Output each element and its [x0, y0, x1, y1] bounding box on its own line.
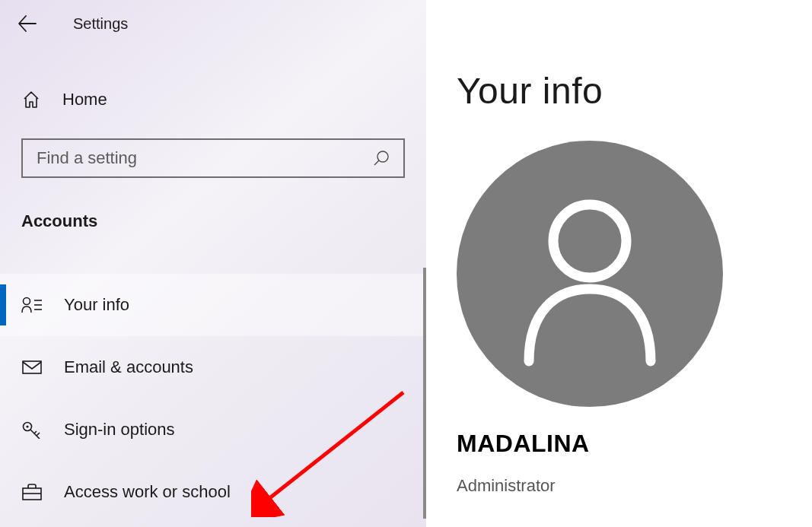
nav-home[interactable]: Home: [0, 90, 426, 110]
nav-item-label: Sign-in options: [64, 420, 175, 440]
main-content: Your info MADALINA Administrator: [426, 0, 812, 527]
app-title: Settings: [73, 15, 128, 33]
key-icon: [21, 421, 43, 439]
nav-item-label: Access work or school: [64, 482, 231, 502]
mail-icon: [21, 360, 43, 375]
back-button[interactable]: [17, 14, 37, 33]
home-icon: [21, 90, 41, 110]
nav-item-access-work-school[interactable]: Access work or school: [0, 461, 426, 523]
nav-item-email-accounts[interactable]: Email & accounts: [0, 336, 426, 398]
nav-home-label: Home: [62, 90, 107, 110]
sidebar: Settings Home Accounts Your info: [0, 0, 426, 527]
avatar: [457, 141, 812, 407]
svg-point-2: [24, 298, 30, 305]
briefcase-icon: [21, 483, 43, 501]
scrollbar[interactable]: [423, 268, 426, 519]
nav-item-label: Your info: [64, 295, 129, 315]
svg-rect-6: [23, 361, 41, 373]
avatar-icon: [457, 141, 723, 407]
section-header-accounts: Accounts: [21, 211, 426, 231]
svg-line-1: [374, 160, 379, 165]
nav-item-sign-in-options[interactable]: Sign-in options: [0, 398, 426, 461]
svg-point-0: [377, 151, 388, 162]
page-title: Your info: [457, 70, 812, 112]
your-info-icon: [21, 296, 43, 314]
search-icon: [373, 150, 390, 167]
nav-item-your-info[interactable]: Your info: [0, 274, 426, 336]
nav-item-label: Email & accounts: [64, 357, 193, 377]
user-role: Administrator: [457, 476, 812, 496]
nav-list: Your info Email & accounts Sign-in optio…: [0, 274, 426, 523]
header: Settings: [0, 0, 426, 33]
search-box[interactable]: [21, 138, 405, 178]
user-name: MADALINA: [457, 430, 812, 458]
svg-point-8: [26, 425, 28, 427]
search-input[interactable]: [37, 148, 373, 168]
arrow-left-icon: [17, 14, 37, 33]
